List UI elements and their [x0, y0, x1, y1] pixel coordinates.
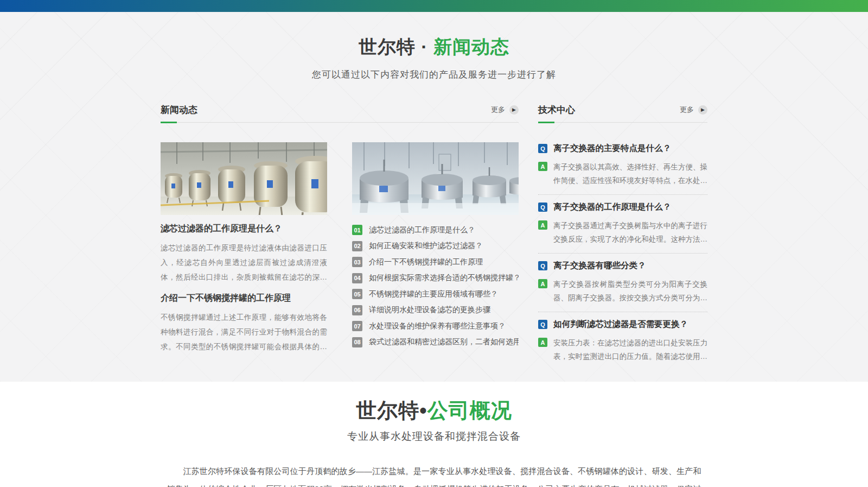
company-subtitle: 专业从事水处理设备和搅拌混合设备	[0, 429, 868, 444]
qa-question: 离子交换器有哪些分类？	[553, 260, 646, 271]
qa-question: 离子交换器的工作原理是什么？	[553, 201, 671, 213]
list-item[interactable]: 03介绍一下不锈钢搅拌罐的工作原理	[352, 254, 519, 270]
qa-question-row[interactable]: Q 如何判断滤芯过滤器是否需要更换？	[538, 319, 707, 330]
list-number-badge: 02	[352, 241, 362, 251]
qa-question-row[interactable]: Q 离子交换器的主要特点是什么？	[538, 143, 707, 154]
answer-badge-icon: A	[538, 279, 547, 288]
list-number-badge: 06	[352, 305, 362, 315]
tech-column-header: 技术中心 更多 ▶	[538, 104, 707, 116]
tech-column-title: 技术中心	[538, 104, 575, 116]
list-item-title: 袋式过滤器和精密过滤器区别，二者如何选用	[369, 337, 519, 347]
question-badge-icon: Q	[538, 203, 547, 212]
company-overview-section: 世尔特•公司概况 专业从事水处理设备和搅拌混合设备 江苏世尔特环保设备有限公司位…	[0, 382, 868, 487]
dotted-divider	[538, 194, 707, 195]
question-badge-icon: Q	[538, 261, 547, 270]
article-title[interactable]: 滤芯过滤器的工作原理是什么？	[161, 223, 327, 235]
answer-badge-icon: A	[538, 220, 547, 230]
qa-question-row[interactable]: Q 离子交换器有哪些分类？	[538, 260, 707, 271]
qa-answer: 安装压力表：在滤芯过滤器的进出口处安装压力表，实时监测进出口的压力值。随着滤芯使…	[553, 336, 707, 363]
news-column-title: 新闻动态	[161, 104, 197, 116]
page-title-brand: 世尔特 ·	[359, 36, 433, 57]
company-description: 江苏世尔特环保设备有限公司位于丹顶鹤的故乡——江苏盐城。是一家专业从事水处理设备…	[167, 462, 701, 487]
question-badge-icon: Q	[538, 144, 547, 153]
page-title: 世尔特 · 新闻动态	[0, 35, 868, 60]
answer-badge-icon: A	[538, 162, 547, 171]
qa-item: Q 离子交换器的工作原理是什么？ A 离子交换器通过离子交换树脂与水中的离子进行…	[538, 201, 707, 246]
content-columns: 新闻动态 更多 ▶	[161, 104, 707, 363]
top-gradient-bar	[0, 0, 868, 12]
list-item-title: 不锈钢搅拌罐的主要应用领域有哪些？	[369, 289, 498, 299]
qa-answer-row: A 安装压力表：在滤芯过滤器的进出口处安装压力表，实时监测进出口的压力值。随着滤…	[538, 336, 707, 363]
list-item[interactable]: 02如何正确安装和维护滤芯过滤器？	[352, 238, 519, 255]
company-title: 世尔特•公司概况	[0, 397, 868, 425]
arrow-right-icon: ▶	[698, 105, 707, 115]
news-overview-section: 世尔特 · 新闻动态 您可以通过以下内容对我们的产品及服务进一步进行了解 新闻动…	[0, 12, 868, 382]
answer-badge-icon: A	[538, 338, 547, 347]
news-column-header: 新闻动态 更多 ▶	[161, 104, 519, 116]
arrow-right-icon: ▶	[509, 105, 519, 115]
list-item[interactable]: 07水处理设备的维护保养有哪些注意事项？	[352, 318, 519, 334]
qa-answer: 离子交换器按树脂类型分类可分为阳离子交换器、阴离子交换器。按按交换方式分类可分为…	[553, 277, 707, 305]
news-photo-steel-tanks-1[interactable]	[161, 142, 327, 215]
qa-answer: 离子交换器以其高效、选择性好、再生方便、操作简便、适应性强和环境友好等特点，在水…	[553, 160, 707, 187]
list-item-title: 滤芯过滤器的工作原理是什么？	[369, 225, 475, 235]
list-number-badge: 04	[352, 273, 362, 283]
news-grid: 滤芯过滤器的工作原理是什么？ 滤芯过滤器的工作原理是待过滤液体由滤器进口压入，经…	[161, 142, 519, 354]
news-photo-steel-tanks-2[interactable]	[352, 142, 519, 215]
list-number-badge: 03	[352, 257, 362, 267]
qa-answer-row: A 离子交换器通过离子交换树脂与水中的离子进行交换反应，实现了水的净化和处理。这…	[538, 219, 707, 246]
company-title-accent: 公司概况	[427, 399, 512, 422]
dotted-divider	[538, 312, 707, 312]
page-title-accent: 新闻动态	[433, 36, 509, 57]
list-item[interactable]: 06详细说明水处理设备滤芯的更换步骤	[352, 302, 519, 319]
qa-list: Q 离子交换器的主要特点是什么？ A 离子交换器以其高效、选择性好、再生方便、操…	[538, 143, 707, 363]
qa-question-row[interactable]: Q 离子交换器的工作原理是什么？	[538, 201, 707, 213]
news-number-list: 01滤芯过滤器的工作原理是什么？ 02如何正确安装和维护滤芯过滤器？ 03介绍一…	[352, 222, 519, 350]
news-column: 新闻动态 更多 ▶	[161, 104, 519, 363]
qa-item: Q 如何判断滤芯过滤器是否需要更换？ A 安装压力表：在滤芯过滤器的进出口处安装…	[538, 319, 707, 363]
tech-center-column: 技术中心 更多 ▶ Q 离子交换器的主要特点是什么？ A 离子交换器以其高效、选…	[538, 104, 707, 363]
article-title[interactable]: 介绍一下不锈钢搅拌罐的工作原理	[161, 293, 327, 304]
list-item[interactable]: 04如何根据实际需求选择合适的不锈钢搅拌罐？	[352, 270, 519, 287]
tech-header-underline	[538, 122, 707, 123]
qa-question: 如何判断滤芯过滤器是否需要更换？	[553, 319, 688, 330]
qa-answer: 离子交换器通过离子交换树脂与水中的离子进行交换反应，实现了水的净化和处理。这种方…	[553, 219, 707, 246]
list-item-title: 如何正确安装和维护滤芯过滤器？	[369, 241, 483, 251]
featured-articles: 滤芯过滤器的工作原理是什么？ 滤芯过滤器的工作原理是待过滤液体由滤器进口压入，经…	[161, 142, 327, 354]
article-excerpt: 滤芯过滤器的工作原理是待过滤液体由滤器进口压入，经滤芯自外向里透过滤层而被过滤成…	[161, 241, 327, 284]
list-item[interactable]: 05不锈钢搅拌罐的主要应用领域有哪些？	[352, 286, 519, 302]
page-subtitle: 您可以通过以下内容对我们的产品及服务进一步进行了解	[0, 68, 868, 81]
qa-item: Q 离子交换器有哪些分类？ A 离子交换器按树脂类型分类可分为阳离子交换器、阴离…	[538, 260, 707, 305]
qa-answer-row: A 离子交换器以其高效、选择性好、再生方便、操作简便、适应性强和环境友好等特点，…	[538, 160, 707, 187]
list-item-title: 如何根据实际需求选择合适的不锈钢搅拌罐？	[369, 273, 519, 283]
question-badge-icon: Q	[538, 320, 547, 329]
company-title-brand: 世尔特•	[356, 399, 427, 422]
list-item[interactable]: 08袋式过滤器和精密过滤器区别，二者如何选用	[352, 334, 519, 351]
news-more-button[interactable]: 更多 ▶	[491, 105, 519, 115]
news-more-label: 更多	[491, 105, 505, 115]
list-number-badge: 08	[352, 337, 362, 347]
qa-item: Q 离子交换器的主要特点是什么？ A 离子交换器以其高效、选择性好、再生方便、操…	[538, 143, 707, 187]
article-excerpt: 不锈钢搅拌罐通过上述工作原理，能够有效地将各种物料进行混合，满足不同行业对于物料…	[161, 310, 327, 354]
list-item-title: 介绍一下不锈钢搅拌罐的工作原理	[369, 257, 483, 267]
tech-more-button[interactable]: 更多 ▶	[680, 105, 707, 115]
list-number-badge: 05	[352, 289, 362, 299]
list-number-badge: 01	[352, 225, 362, 235]
qa-answer-row: A 离子交换器按树脂类型分类可分为阳离子交换器、阴离子交换器。按按交换方式分类可…	[538, 277, 707, 305]
news-list-block: 01滤芯过滤器的工作原理是什么？ 02如何正确安装和维护滤芯过滤器？ 03介绍一…	[352, 142, 519, 354]
dotted-divider	[538, 253, 707, 254]
tech-more-label: 更多	[680, 105, 694, 115]
list-number-badge: 07	[352, 321, 362, 331]
qa-question: 离子交换器的主要特点是什么？	[553, 143, 671, 154]
news-header-underline	[161, 122, 519, 123]
list-item[interactable]: 01滤芯过滤器的工作原理是什么？	[352, 222, 519, 238]
list-item-title: 水处理设备的维护保养有哪些注意事项？	[369, 321, 506, 331]
list-item-title: 详细说明水处理设备滤芯的更换步骤	[369, 305, 490, 315]
